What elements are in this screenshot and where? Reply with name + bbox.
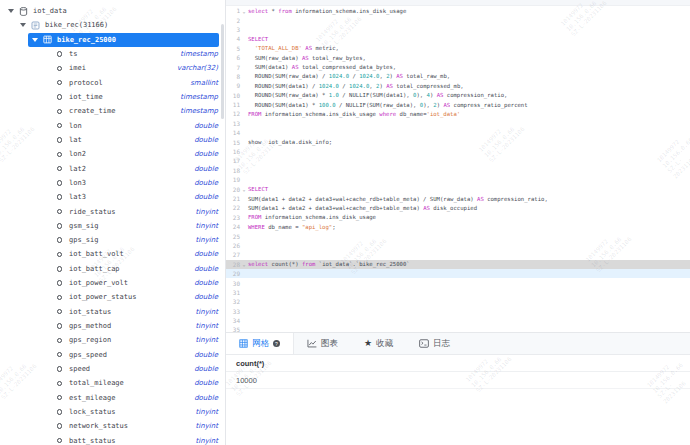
tree-node-table-selected[interactable]: bike_rec_25000: [28, 33, 219, 47]
tree-column-row[interactable]: batt_statustinyint: [0, 433, 225, 445]
chevron-down-icon[interactable]: [20, 23, 26, 27]
tree-node-label: bike_rec(31166): [45, 21, 108, 29]
tab-grid[interactable]: 网格 ?: [226, 333, 294, 354]
chevron-down-icon[interactable]: [8, 9, 14, 13]
editor-line[interactable]: 17: [226, 156, 690, 165]
line-number: 24: [226, 223, 240, 230]
editor-line[interactable]: 12FROM information_schema.ins_disk_usage…: [226, 109, 690, 118]
line-number: 15: [226, 139, 240, 146]
editor-line[interactable]: 2: [226, 15, 690, 24]
tree-column-row[interactable]: network_statustinyint: [0, 419, 225, 433]
tree-column-row[interactable]: speeddouble: [0, 362, 225, 376]
editor-line[interactable]: 16: [226, 147, 690, 156]
column-type: double: [194, 279, 218, 287]
fold-arrow-icon[interactable]: ⌄: [240, 261, 248, 267]
editor-line[interactable]: 34: [226, 316, 690, 325]
editor-line[interactable]: 18: [226, 166, 690, 175]
code-text: FROM information_schema.ins_disk_usage w…: [248, 111, 460, 117]
tab-chart[interactable]: 图表: [294, 333, 351, 354]
editor-line[interactable]: 25: [226, 231, 690, 240]
tree-column-row[interactable]: londouble: [0, 119, 225, 133]
editor-line[interactable]: 29: [226, 269, 690, 278]
editor-line[interactable]: 20⌄SELECT: [226, 184, 690, 193]
tree-column-row[interactable]: gps_sigtinyint: [0, 233, 225, 247]
tree-column-row[interactable]: ride_statustinyint: [0, 204, 225, 218]
editor-line[interactable]: 8 ROUND(SUM(raw_data) / 1024.0 / 1024.0,…: [226, 72, 690, 81]
editor-line[interactable]: 1⌄select * from information_schema.ins_d…: [226, 6, 690, 15]
tree-column-row[interactable]: total_mileagedouble: [0, 376, 225, 390]
info-badge[interactable]: ?: [273, 340, 280, 347]
tree-column-row[interactable]: lat3double: [0, 190, 225, 204]
tree-column-row[interactable]: iot_timetimestamp: [0, 90, 225, 104]
column-icon: [54, 94, 65, 100]
column-icon: [54, 166, 65, 172]
tree-column-row[interactable]: lock_statustinyint: [0, 405, 225, 419]
line-number: 5: [226, 45, 240, 52]
tree-column-row[interactable]: gsm_sigtinyint: [0, 219, 225, 233]
chevron-down-icon[interactable]: [32, 38, 38, 42]
tree-node-supertable[interactable]: bike_rec(31166): [0, 18, 225, 32]
tree-column-row[interactable]: iot_power_voltdouble: [0, 276, 225, 290]
editor-line[interactable]: 28⌄select count(*) from `iot_data`.`bike…: [226, 260, 690, 269]
result-row[interactable]: 10000: [226, 372, 690, 389]
line-number: 34: [226, 317, 240, 324]
column-name: iot_status: [69, 308, 111, 316]
editor-line[interactable]: 9 ROUND(SUM(data1) / 1024.0 / 1024.0, 2)…: [226, 81, 690, 90]
editor-line[interactable]: 30: [226, 278, 690, 287]
tree-column-row[interactable]: iot_power_statusdouble: [0, 290, 225, 304]
editor-line[interactable]: 26: [226, 241, 690, 250]
tree-column-row[interactable]: gps_speeddouble: [0, 348, 225, 362]
column-name: ride_status: [69, 208, 115, 216]
tree-column-row[interactable]: gps_methodtinyint: [0, 319, 225, 333]
column-icon: [54, 80, 65, 86]
editor-line[interactable]: 32: [226, 297, 690, 306]
editor-line[interactable]: 35: [226, 325, 690, 332]
results-tabbar: 网格 ? 图表 ★ 收藏 日志: [226, 332, 690, 355]
tree-column-row[interactable]: gps_regiontinyint: [0, 333, 225, 347]
editor-line[interactable]: 33: [226, 307, 690, 316]
tree-column-row[interactable]: lat2double: [0, 161, 225, 175]
editor-line[interactable]: 31: [226, 288, 690, 297]
editor-line[interactable]: 23FROM information_schema.ins_disk_usage: [226, 213, 690, 222]
tree-column-row[interactable]: imeivarchar(32): [0, 61, 225, 75]
line-number: 14: [226, 129, 240, 136]
editor-line[interactable]: 27: [226, 250, 690, 259]
tree-column-row[interactable]: latdouble: [0, 133, 225, 147]
tree-column-row[interactable]: lon2double: [0, 147, 225, 161]
editor-line[interactable]: 15show iot_data.disk_info;: [226, 137, 690, 146]
editor-line[interactable]: 24WHERE db_name = "api_log";: [226, 222, 690, 231]
tree-column-row[interactable]: tstimestamp: [0, 47, 225, 61]
column-type: double: [194, 351, 218, 359]
tab-favorites[interactable]: ★ 收藏: [351, 333, 406, 354]
sql-editor[interactable]: 1⌄select * from information_schema.ins_d…: [226, 6, 690, 332]
result-column-header: count(*): [226, 355, 690, 372]
editor-line[interactable]: 3: [226, 25, 690, 34]
column-name: lat: [69, 136, 82, 144]
tree-column-row[interactable]: iot_statustinyint: [0, 305, 225, 319]
editor-line[interactable]: 14: [226, 128, 690, 137]
fold-arrow-icon[interactable]: ⌄: [240, 186, 248, 192]
editor-line[interactable]: 19: [226, 175, 690, 184]
line-number: 26: [226, 242, 240, 249]
tab-log[interactable]: 日志: [406, 333, 463, 354]
tree-column-row[interactable]: iot_batt_capdouble: [0, 262, 225, 276]
editor-line[interactable]: 4SELECT: [226, 34, 690, 43]
fold-arrow-icon[interactable]: ⌄: [240, 8, 248, 14]
editor-line[interactable]: 5 'TOTAL_ALL_DB' AS metric,: [226, 44, 690, 53]
tab-label: 收藏: [376, 338, 393, 350]
editor-line[interactable]: 22SUM(data1 + data2 + data3+wal+cache_rd…: [226, 203, 690, 212]
tree-node-database[interactable]: iot_data: [0, 4, 225, 18]
tree-column-row[interactable]: est_mileagedouble: [0, 390, 225, 404]
tree-column-row[interactable]: protocolsmallint: [0, 76, 225, 90]
code-text: show iot_data.disk_info;: [248, 139, 332, 145]
editor-line[interactable]: 10 ROUND(SUM(raw_data) * 1.0 / NULLIF(SU…: [226, 91, 690, 100]
editor-line[interactable]: 6 SUM(raw_data) AS total_raw_bytes,: [226, 53, 690, 62]
tree-column-row[interactable]: lon3double: [0, 176, 225, 190]
editor-line[interactable]: 21SUM(data1 + data2 + data3+wal+cache_rd…: [226, 194, 690, 203]
sidebar-scrollbar[interactable]: [221, 24, 224, 119]
editor-line[interactable]: 7 SUM(data1) AS total_compressed_data_by…: [226, 62, 690, 71]
tree-column-row[interactable]: create_timetimestamp: [0, 104, 225, 118]
editor-line[interactable]: 11 ROUND(SUM(data1) * 100.0 / NULLIF(SUM…: [226, 100, 690, 109]
editor-line[interactable]: 13: [226, 119, 690, 128]
tree-column-row[interactable]: iot_batt_voltdouble: [0, 247, 225, 261]
